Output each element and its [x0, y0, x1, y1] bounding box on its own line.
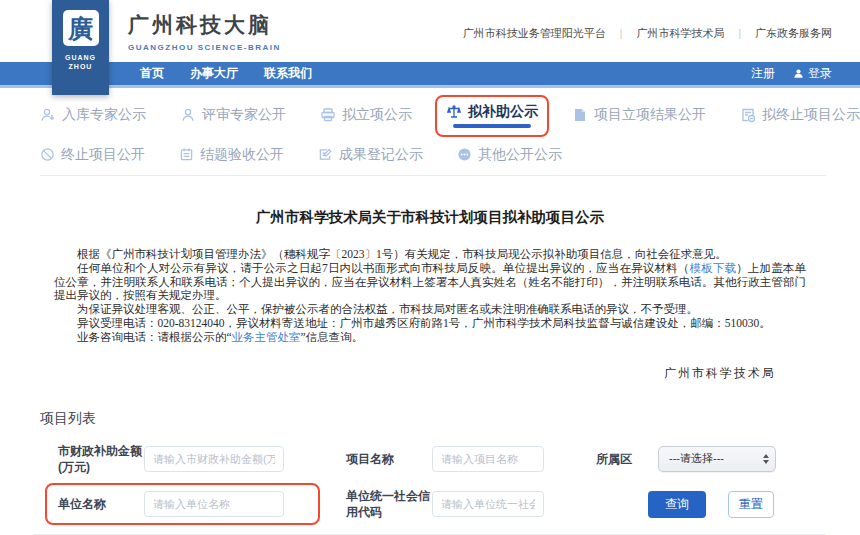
tab-achievement-registration[interactable]: 成果登记公示	[318, 146, 423, 164]
main-navbar: 首页 办事大厅 联系我们 注册 登录	[0, 62, 860, 88]
doc-result-icon	[572, 107, 588, 123]
tab-label: 结题验收公开	[200, 146, 284, 164]
project-name-input[interactable]	[432, 446, 544, 472]
site-subtitle: GUANGZHOU SCIENCE-BRAIN	[128, 43, 281, 52]
printer-icon	[320, 107, 336, 123]
tab-label: 拟终止项目公示	[762, 106, 860, 124]
tab-proposed-subsidy[interactable]: 拟补助公示	[446, 103, 538, 128]
link-gd-gov-service[interactable]: 广东政务服务网	[755, 26, 832, 41]
search-form: 市财政补助金额(万元) 项目名称 所属区 ---请选择---	[34, 443, 826, 521]
form-row-1: 市财政补助金额(万元) 项目名称 所属区 ---请选择---	[58, 443, 826, 475]
public-notice-tabs: 入库专家公示 评审专家公开 拟立项公示	[34, 93, 826, 176]
tab-label: 拟补助公示	[468, 103, 538, 121]
tab-label: 其他公开公示	[478, 146, 562, 164]
login-label: 登录	[808, 65, 832, 82]
brand-block: 广州科技大脑 GUANGZHOU SCIENCE-BRAIN	[128, 11, 281, 52]
divider: |	[738, 28, 741, 39]
nav-service-hall[interactable]: 办事大厅	[190, 65, 238, 82]
field-label: 单位名称	[58, 496, 144, 512]
tab-label: 拟立项公示	[342, 106, 412, 124]
notice-paragraph-4: 异议受理电话：020-83124040，异议材料寄送地址：广州市越秀区府前路1号…	[54, 317, 806, 331]
login-link[interactable]: 登录	[793, 65, 832, 82]
template-download-link[interactable]: 模板下载	[690, 262, 737, 274]
doc-edit-icon	[318, 147, 333, 162]
top-header: 廣 GUANG ZHOU 广州科技大脑 GUANGZHOU SCIENCE-BR…	[0, 0, 860, 62]
acceptance-icon	[179, 147, 194, 162]
site-title: 广州科技大脑	[128, 11, 281, 39]
expert-import-icon	[40, 107, 56, 123]
tab-other-notices[interactable]: 其他公开公示	[457, 146, 562, 164]
divider: |	[620, 28, 623, 39]
link-sunshine-platform[interactable]: 广州市科技业务管理阳光平台	[463, 26, 606, 41]
credit-code-input[interactable]	[432, 491, 544, 517]
query-button[interactable]: 查询	[648, 491, 706, 518]
responsible-office-link[interactable]: 业务主管处室	[232, 331, 301, 343]
tab-proposed-termination[interactable]: 拟终止项目公示	[740, 106, 860, 124]
page: 廣 GUANG ZHOU 广州科技大脑 GUANGZHOU SCIENCE-BR…	[0, 0, 860, 535]
nav-menu: 首页 办事大厅 联系我们	[140, 65, 312, 82]
tab-label: 成果登记公示	[339, 146, 423, 164]
tab-label: 评审专家公开	[202, 106, 286, 124]
user-icon	[793, 68, 804, 79]
paragraph-text: ”信息查询。	[301, 331, 364, 343]
reset-button[interactable]: 重置	[728, 491, 774, 518]
active-tab-underline	[453, 124, 531, 128]
tab-label: 项目立项结果公开	[594, 106, 706, 124]
tab-expert-review[interactable]: 评审专家公开	[180, 106, 286, 124]
site-logo: 廣 GUANG ZHOU	[52, 0, 109, 95]
field-district: 所属区 ---请选择---	[596, 446, 776, 472]
project-list-section: 项目列表 市财政补助金额(万元) 项目名称 所属区 ---请选择---	[34, 410, 826, 535]
ellipsis-circle-icon	[457, 147, 472, 162]
paragraph-text: 任何单位和个人对公示有异议，请于公示之日起7日内以书面形式向市科技局反映。单位提…	[77, 262, 690, 274]
district-select[interactable]: ---请选择---	[658, 446, 776, 472]
form-row-2: 单位名称 单位统一社会信用代码 查询 重置	[58, 488, 826, 520]
field-label: 项目名称	[346, 451, 432, 467]
form-buttons: 查询 重置	[648, 491, 774, 518]
paragraph-text: 业务咨询电话：请根据公示的“	[77, 331, 232, 343]
field-label: 单位统一社会信用代码	[346, 488, 432, 520]
tab-proposed-project[interactable]: 拟立项公示	[320, 106, 412, 124]
scales-icon	[446, 104, 462, 120]
tab-label: 入库专家公示	[62, 106, 146, 124]
select-stepper-icon	[763, 454, 769, 464]
section-title: 项目列表	[34, 410, 826, 428]
expert-review-icon	[180, 107, 196, 123]
nav-contact[interactable]: 联系我们	[264, 65, 312, 82]
notice-paragraph-3: 为保证异议处理客观、公正、公平，保护被公示者的合法权益，市科技局对匿名或未注明准…	[54, 303, 806, 317]
logo-subtext: GUANG ZHOU	[63, 53, 99, 72]
divider	[40, 175, 826, 176]
tab-terminated-projects[interactable]: 终止项目公开	[40, 146, 145, 164]
field-label: 市财政补助金额(万元)	[58, 443, 144, 475]
tab-acceptance[interactable]: 结题验收公开	[179, 146, 284, 164]
logo-seal-icon: 廣	[63, 10, 99, 46]
notice-paragraph-1: 根据《广州市科技计划项目管理办法》（穗科规字〔2023〕1号）有关规定，市科技局…	[54, 248, 806, 262]
notice-paragraph-5: 业务咨询电话：请根据公示的“业务主管处室”信息查询。	[54, 331, 806, 345]
unit-name-input[interactable]	[144, 491, 284, 517]
field-credit-code: 单位统一社会信用代码	[346, 488, 560, 520]
prohibit-icon	[40, 147, 55, 162]
subsidy-amount-input[interactable]	[144, 446, 284, 472]
tab-expert-import[interactable]: 入库专家公示	[40, 106, 146, 124]
field-unit-name: 单位名称	[58, 491, 306, 517]
field-subsidy-amount: 市财政补助金额(万元)	[58, 443, 306, 475]
doc-terminate-icon	[740, 107, 756, 123]
link-science-bureau[interactable]: 广州市科学技术局	[636, 26, 724, 41]
tab-row-2: 终止项目公开 结题验收公开 成果登记公示	[40, 137, 826, 172]
field-project-name: 项目名称	[346, 446, 560, 472]
nav-account-area: 注册 登录	[751, 65, 832, 82]
notice-title: 广州市科学技术局关于市科技计划项目拟补助项目公示	[54, 208, 806, 227]
notice-article: 广州市科学技术局关于市科技计划项目拟补助项目公示 根据《广州市科技计划项目管理办…	[54, 208, 806, 382]
tab-label: 终止项目公开	[61, 146, 145, 164]
nav-home[interactable]: 首页	[140, 65, 164, 82]
tab-approval-results[interactable]: 项目立项结果公开	[572, 106, 706, 124]
tab-row-1: 入库专家公示 评审专家公开 拟立项公示	[40, 93, 826, 137]
selected-value: ---请选择---	[669, 451, 724, 466]
issuer-signature: 广州市科学技术局	[54, 365, 776, 382]
notice-paragraph-2: 任何单位和个人对公示有异议，请于公示之日起7日内以书面形式向市科技局反映。单位提…	[54, 262, 806, 303]
external-links: 广州市科技业务管理阳光平台 | 广州市科学技术局 | 广东政务服务网	[463, 26, 832, 41]
register-link[interactable]: 注册	[751, 65, 775, 82]
field-label: 所属区	[596, 451, 658, 467]
